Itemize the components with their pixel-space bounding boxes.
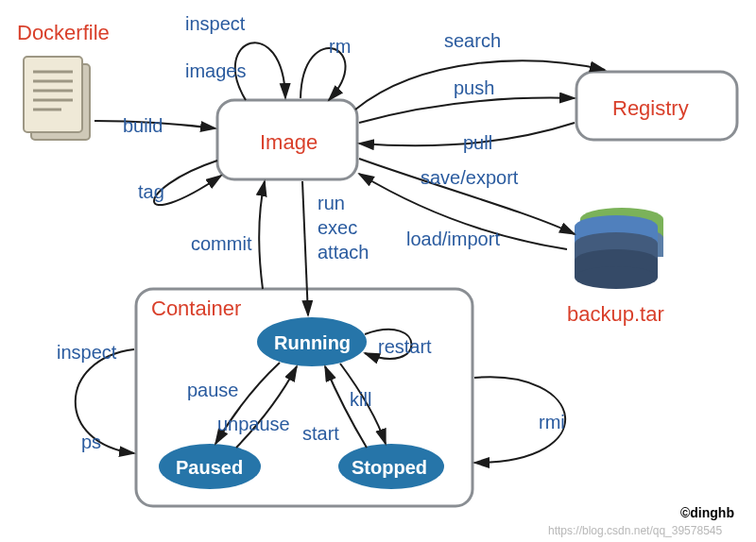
commit-arrow [259,181,265,289]
paused-label: Paused [176,457,243,478]
load-cmd: load/import [406,229,500,249]
inspect-img-cmd: inspect [185,13,246,34]
pause-cmd: pause [187,380,239,400]
stopped-label: Stopped [352,457,427,478]
ps-cmd: ps [81,432,101,452]
push-arrow [359,98,575,123]
running-label: Running [274,332,351,353]
attach-cmd: attach [318,242,369,263]
inspect-c-cmd: inspect [57,342,117,363]
container-label: Container [151,296,241,320]
images-cmd: images [185,60,246,81]
dockerfile-icon [24,57,90,140]
tag-cmd: tag [138,181,164,202]
backup-label: backup.tar [567,302,664,326]
start-cmd: start [302,423,339,444]
save-cmd: save/export [421,167,519,188]
run-cmd: run [318,193,345,213]
restart-cmd: restart [378,336,432,357]
registry-label: Registry [612,96,689,120]
image-label: Image [260,130,318,154]
push-cmd: push [454,77,494,98]
svg-rect-1 [24,57,82,132]
backup-icon [575,208,663,289]
search-cmd: search [444,30,501,51]
pull-cmd: pull [463,132,492,153]
exec-cmd: exec [318,217,357,238]
svg-point-17 [575,266,658,289]
watermark-text: https://blog.csdn.net/qq_39578545 [548,524,722,537]
commit-cmd: commit [191,233,252,254]
kill-cmd: kill [350,389,371,410]
rmi-cmd: rmi [539,412,565,432]
credit-text: ©dinghb [680,505,734,520]
rm-cmd: rm [329,36,351,57]
docker-lifecycle-diagram: Dockerfile Image Registry backup.tar Con… [0,0,756,542]
dockerfile-title: Dockerfile [17,21,110,44]
unpause-cmd: unpause [217,414,290,434]
build-cmd: build [123,115,163,136]
